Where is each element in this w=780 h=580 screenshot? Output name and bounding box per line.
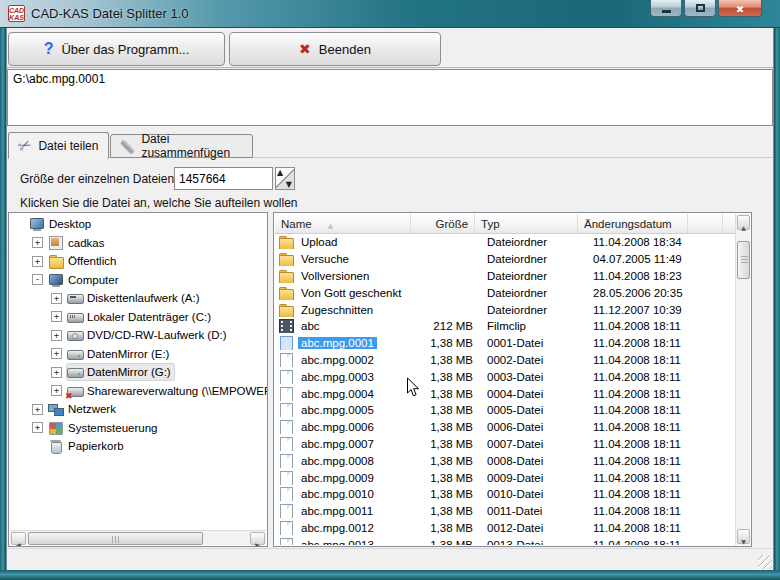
tree-item[interactable]: +Systemsteuerung	[9, 419, 267, 438]
expand-toggle-icon[interactable]: +	[51, 348, 62, 359]
tree-item-content: Sharewareverwaltung (\\EMPOWER)	[67, 383, 267, 399]
tab-datei-teilen[interactable]: Datei teilen	[8, 132, 109, 159]
chunk-size-input[interactable]	[174, 167, 273, 190]
file-list-header: Name Größe Typ Änderungsdatum	[275, 214, 735, 234]
file-row[interactable]: abc.mpg.00061,38 MB0006-Datei11.04.2008 …	[275, 419, 735, 436]
doc-icon	[278, 454, 294, 468]
file-name-cell: Vollversionen	[275, 269, 415, 283]
list-vertical-scrollbar[interactable]	[735, 214, 750, 545]
file-row[interactable]: abc.mpg.00131,38 MB0013-Datei11.04.2008 …	[275, 536, 735, 545]
file-row[interactable]: abc.mpg.00111,38 MB0011-Datei11.04.2008 …	[275, 503, 735, 520]
file-row[interactable]: abc212 MBFilmclip11.04.2008 18:11	[275, 318, 735, 335]
folder-icon	[278, 235, 294, 249]
file-row[interactable]: abc.mpg.00121,38 MB0012-Datei11.04.2008 …	[275, 520, 735, 537]
about-button[interactable]: ? Über das Programm...	[8, 32, 225, 66]
sort-ascending-icon	[312, 218, 333, 230]
expand-toggle-icon[interactable]: +	[51, 367, 62, 378]
tab-datei-zusammenfuegen[interactable]: Datei zusammenfügen	[110, 134, 253, 158]
expand-toggle-icon[interactable]: +	[32, 422, 43, 433]
expand-toggle-icon[interactable]: +	[32, 256, 43, 267]
tree-item[interactable]: +Sharewareverwaltung (\\EMPOWER)	[9, 382, 267, 401]
tab-strip: Datei teilen Datei zusammenfügen	[7, 130, 773, 158]
file-name-cell: Upload	[275, 235, 415, 249]
file-name-cell: abc.mpg.0005	[275, 403, 415, 417]
minimize-button[interactable]	[650, 0, 682, 17]
file-row[interactable]: abc.mpg.00051,38 MB0005-Datei11.04.2008 …	[275, 402, 735, 419]
spin-up-icon[interactable]	[277, 168, 283, 177]
tree-item[interactable]: Desktop	[9, 215, 267, 234]
tree-item[interactable]: +DatenMirror (E:)	[9, 345, 267, 364]
file-name: abc.mpg.0011	[298, 505, 376, 517]
tree-item[interactable]: +DatenMirror (G:)	[9, 363, 267, 382]
file-name-cell: abc.mpg.0012	[275, 521, 415, 535]
maximize-button[interactable]	[684, 0, 716, 17]
file-row[interactable]: VollversionenDateiordner11.04.2008 18:23	[275, 268, 735, 285]
file-list: Name Größe Typ Änderungsdatum UploadDate…	[273, 212, 752, 547]
file-row[interactable]: abc.mpg.00081,38 MB0008-Datei11.04.2008 …	[275, 452, 735, 469]
expand-toggle-icon[interactable]: +	[51, 385, 62, 396]
tree-item[interactable]: +Diskettenlaufwerk (A:)	[9, 289, 267, 308]
tree-item[interactable]: +cadkas	[9, 234, 267, 253]
file-row[interactable]: abc.mpg.00011,38 MB0001-Datei11.04.2008 …	[275, 335, 735, 352]
column-header-size[interactable]: Größe	[411, 214, 475, 233]
tree-item[interactable]: +Öffentlich	[9, 252, 267, 271]
tree-item-content: Öffentlich	[48, 253, 119, 269]
file-row[interactable]: abc.mpg.00021,38 MB0002-Datei11.04.2008 …	[275, 352, 735, 369]
file-size: 1,38 MB	[415, 488, 481, 500]
expand-toggle-icon[interactable]: +	[32, 404, 43, 415]
file-date: 11.12.2007 10:39	[587, 304, 700, 316]
file-type: 0003-Datei	[481, 371, 587, 383]
file-row[interactable]: abc.mpg.00101,38 MB0010-Datei11.04.2008 …	[275, 486, 735, 503]
file-date: 04.07.2005 11:49	[587, 253, 700, 265]
folder-tree: Desktop+cadkas+Öffentlich-Computer+Diske…	[8, 212, 268, 547]
file-row[interactable]: abc.mpg.00071,38 MB0007-Datei11.04.2008 …	[275, 436, 735, 453]
file-type: Filmclip	[481, 320, 587, 332]
quit-button[interactable]: Beenden	[229, 32, 441, 66]
tree-item-content: Computer	[48, 272, 122, 288]
scroll-up-button[interactable]	[737, 215, 750, 230]
file-row[interactable]: abc.mpg.00091,38 MB0009-Datei11.04.2008 …	[275, 469, 735, 486]
file-name-cell: abc.mpg.0004	[275, 387, 415, 401]
tree-item-label: DatenMirror (G:)	[87, 366, 171, 378]
expand-toggle-icon[interactable]: +	[51, 311, 62, 322]
tree-item-content: cadkas	[48, 235, 107, 251]
file-name: abc.mpg.0001	[298, 337, 377, 349]
expand-toggle-icon[interactable]: +	[51, 293, 62, 304]
scroll-down-button[interactable]	[737, 529, 750, 544]
file-row[interactable]: abc.mpg.00031,38 MB0003-Datei11.04.2008 …	[275, 368, 735, 385]
expand-toggle-icon[interactable]: +	[51, 330, 62, 341]
scroll-right-button[interactable]	[250, 532, 265, 545]
folder-tree-items: Desktop+cadkas+Öffentlich-Computer+Diske…	[9, 215, 267, 530]
toolbar: ? Über das Programm... Beenden	[7, 29, 773, 68]
file-size: 1,38 MB	[415, 388, 481, 400]
file-row[interactable]: ZugeschnittenDateiordner11.12.2007 10:39	[275, 301, 735, 318]
red-x-icon	[299, 41, 311, 57]
tree-horizontal-scrollbar[interactable]	[10, 530, 266, 545]
column-header-type[interactable]: Typ	[475, 214, 578, 233]
tree-item[interactable]: +Lokaler Datenträger (C:)	[9, 308, 267, 327]
tree-item[interactable]: +DVD/CD-RW-Laufwerk (D:)	[9, 326, 267, 345]
status-bar	[7, 548, 773, 570]
vertical-scrollbar-thumb[interactable]	[737, 241, 750, 279]
tree-item[interactable]: -Computer	[9, 271, 267, 290]
close-button[interactable]	[718, 0, 762, 17]
column-header-extra[interactable]	[688, 214, 723, 233]
file-type: 0010-Datei	[481, 488, 587, 500]
file-date: 11.04.2008 18:11	[587, 421, 700, 433]
file-row[interactable]: abc.mpg.00041,38 MB0004-Datei11.04.2008 …	[275, 385, 735, 402]
tree-item[interactable]: +Netzwerk	[9, 400, 267, 419]
column-header-name[interactable]: Name	[275, 214, 411, 233]
horizontal-scrollbar-thumb[interactable]	[28, 532, 203, 545]
spin-down-icon[interactable]	[286, 180, 292, 189]
selected-file-path-field[interactable]: G:\abc.mpg.0001	[7, 69, 773, 126]
file-list-body: UploadDateiordner11.04.2008 18:34Versuch…	[275, 234, 735, 545]
file-row[interactable]: UploadDateiordner11.04.2008 18:34	[275, 234, 735, 251]
collapse-toggle-icon[interactable]: -	[32, 274, 43, 285]
file-row[interactable]: VersucheDateiordner04.07.2005 11:49	[275, 251, 735, 268]
tree-item[interactable]: Papierkorb	[9, 437, 267, 456]
expand-toggle-icon[interactable]: +	[32, 237, 43, 248]
scroll-left-button[interactable]	[11, 532, 26, 545]
column-header-date[interactable]: Änderungsdatum	[578, 214, 688, 233]
file-row[interactable]: Von Gott geschenktDateiordner28.05.2006 …	[275, 284, 735, 301]
resize-grip[interactable]	[758, 555, 772, 569]
